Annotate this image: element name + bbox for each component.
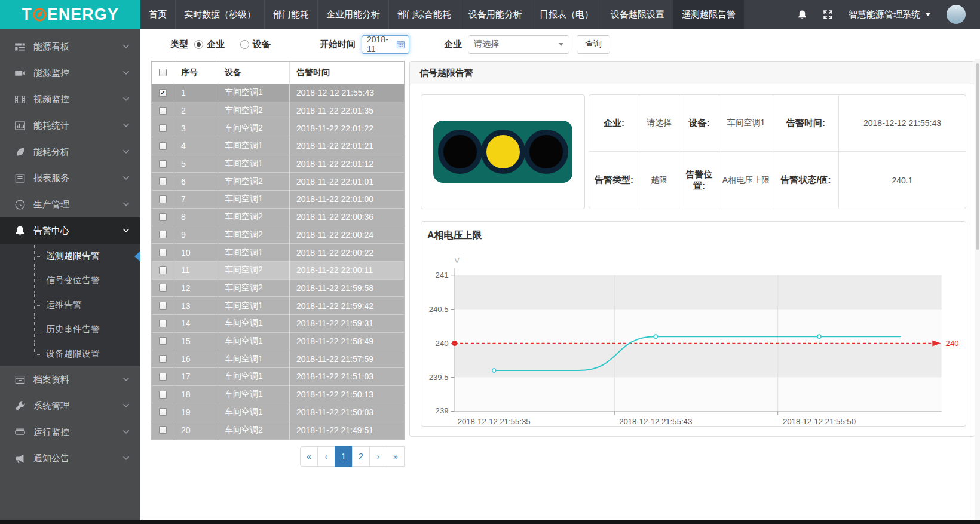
row-checkbox[interactable] [159,231,167,238]
row-alarm-time: 2018-11-22 21:59:58 [289,280,404,297]
type-radio-option[interactable]: 设备 [240,39,271,50]
svg-text:240: 240 [946,339,959,348]
vertical-scrollbar[interactable] [975,59,980,520]
table-row[interactable]: 17 车间空调1 2018-11-22 21:51:03 [152,368,404,386]
sidebar-item[interactable]: 能源监控 [0,60,140,86]
traffic-light-card [421,94,585,209]
table-row[interactable]: 12 车间空调2 2018-11-22 21:59:58 [152,280,404,298]
table-row[interactable]: 18 车间空调1 2018-11-22 21:50:13 [152,386,404,404]
sidebar-item-label: 运维告警 [46,299,140,311]
row-checkbox[interactable] [159,302,167,310]
table-row[interactable]: 4 车间空调1 2018-11-22 22:01:21 [152,137,404,155]
table-row[interactable]: 5 车间空调1 2018-11-22 22:01:12 [152,155,404,173]
user-avatar[interactable] [947,5,966,24]
table-row[interactable]: 3 车间空调2 2018-11-22 22:01:22 [152,119,404,137]
table-row[interactable]: 7 车间空调1 2018-11-22 22:01:00 [152,191,404,209]
row-checkbox[interactable] [159,177,167,185]
row-checkbox[interactable] [159,284,167,292]
table-row[interactable]: 14 车间空调1 2018-11-22 21:59:31 [152,315,404,333]
row-device: 车间空调1 [218,350,289,367]
select-all-checkbox[interactable] [159,69,167,76]
sidebar-item[interactable]: 系统管理 [0,393,140,419]
sidebar-item[interactable]: 视频监控 [0,86,140,112]
topnav-item[interactable]: 日报表（电） [531,0,602,29]
page-button[interactable]: 1 [335,446,353,467]
table-row[interactable]: 16 车间空调1 2018-11-22 21:57:59 [152,350,404,368]
sidebar-item[interactable]: 档案资料 [0,366,140,393]
table-row[interactable]: 8 车间空调2 2018-11-22 22:00:36 [152,209,404,226]
row-checkbox[interactable] [159,213,167,221]
sidebar: 能源看板 能源监控 视频监控 [0,29,140,520]
row-checkbox[interactable] [159,107,167,115]
row-checkbox[interactable] [159,408,167,416]
table-row[interactable]: 13 车间空调1 2018-11-22 21:59:42 [152,297,404,315]
sidebar-item[interactable]: 能耗统计 [0,112,140,139]
table-row[interactable]: 9 车间空调2 2018-11-22 22:00:24 [152,226,404,244]
topnav-item[interactable]: 遥测越限告警 [673,0,745,29]
row-checkbox[interactable] [159,160,167,168]
sidebar-item[interactable]: 设备越限设置 [0,342,140,366]
row-checkbox[interactable] [159,391,167,399]
row-checkbox[interactable] [159,89,167,97]
start-date-input[interactable]: 2018-11 [362,35,409,54]
row-checkbox[interactable] [159,266,167,274]
calendar-icon[interactable] [396,40,405,49]
sidebar-item[interactable]: 能源看板 [0,33,140,60]
row-checkbox[interactable] [159,426,167,434]
topnav-item[interactable]: 设备越限设置 [602,0,673,29]
table-row[interactable]: 19 车间空调1 2018-11-22 21:50:03 [152,403,404,421]
sidebar-item[interactable]: 遥测越限告警 [0,244,140,268]
row-checkbox[interactable] [159,373,167,381]
row-device: 车间空调1 [218,84,289,102]
sidebar-item[interactable]: 运行监控 [0,419,140,445]
page-button[interactable]: › [369,446,387,467]
sidebar-item[interactable]: 历史事件告警 [0,317,140,342]
table-row[interactable]: 2 车间空调2 2018-11-22 22:01:35 [152,102,404,120]
system-menu[interactable]: 智慧能源管理系统 [849,9,931,20]
sidebar-item[interactable]: 信号变位告警 [0,268,140,293]
sidebar-item[interactable]: 运维告警 [0,293,140,317]
table-row[interactable]: 15 车间空调1 2018-11-22 21:58:49 [152,333,404,351]
topnav-item[interactable]: 实时数据（秒级） [176,0,265,29]
sidebar-item[interactable]: 能耗分析 [0,139,140,165]
info-cell: 告警时间: [773,95,839,152]
row-checkbox[interactable] [159,142,167,150]
table-row[interactable]: 6 车间空调2 2018-11-22 22:01:01 [152,173,404,191]
page-button-label: 2 [359,452,363,461]
row-checkbox[interactable] [159,195,167,203]
fullscreen-icon[interactable] [823,10,833,20]
table-row[interactable]: 10 车间空调1 2018-11-22 22:00:22 [152,244,404,262]
topnav-item[interactable]: 首页 [140,0,176,29]
sidebar-item[interactable]: 报表服务 [0,165,140,191]
row-alarm-time: 2018-11-22 22:00:22 [289,244,404,261]
sidebar-item-label: 设备越限设置 [46,348,140,360]
row-checkbox[interactable] [159,355,167,363]
table-row[interactable]: 1 车间空调1 2018-12-12 21:55:43 [152,84,404,102]
page-button[interactable]: ‹ [317,446,335,467]
row-no: 20 [174,421,218,439]
type-radio-option[interactable]: 企业 [194,39,225,50]
app-logo[interactable]: T ENERGY [0,0,140,29]
page-button[interactable]: « [300,446,318,467]
row-checkbox[interactable] [159,337,167,345]
notification-bell-icon[interactable] [797,10,807,20]
scrollbar-thumb[interactable] [976,63,979,250]
table-row[interactable]: 20 车间空调2 2018-11-22 21:49:51 [152,421,404,439]
page-button[interactable]: 2 [352,446,370,467]
topnav-item[interactable]: 部门综合能耗 [389,0,460,29]
row-checkbox[interactable] [159,320,167,327]
row-device: 车间空调1 [218,368,289,385]
topnav-item[interactable]: 企业用能分析 [318,0,389,29]
sidebar-item[interactable]: 生产管理 [0,191,140,217]
sidebar-item[interactable]: 通知公告 [0,445,140,471]
query-button[interactable]: 查询 [577,35,610,54]
table-row[interactable]: 11 车间空调2 2018-11-22 22:00:11 [152,262,404,280]
enterprise-select[interactable]: 请选择 [468,35,569,54]
row-checkbox[interactable] [159,124,167,132]
topnav-item[interactable]: 部门能耗 [265,0,318,29]
row-alarm-time: 2018-11-22 21:58:49 [289,333,404,350]
topnav-item[interactable]: 设备用能分析 [460,0,531,29]
sidebar-item[interactable]: 告警中心 [0,217,140,244]
row-checkbox[interactable] [159,249,167,256]
page-button[interactable]: » [387,446,405,467]
